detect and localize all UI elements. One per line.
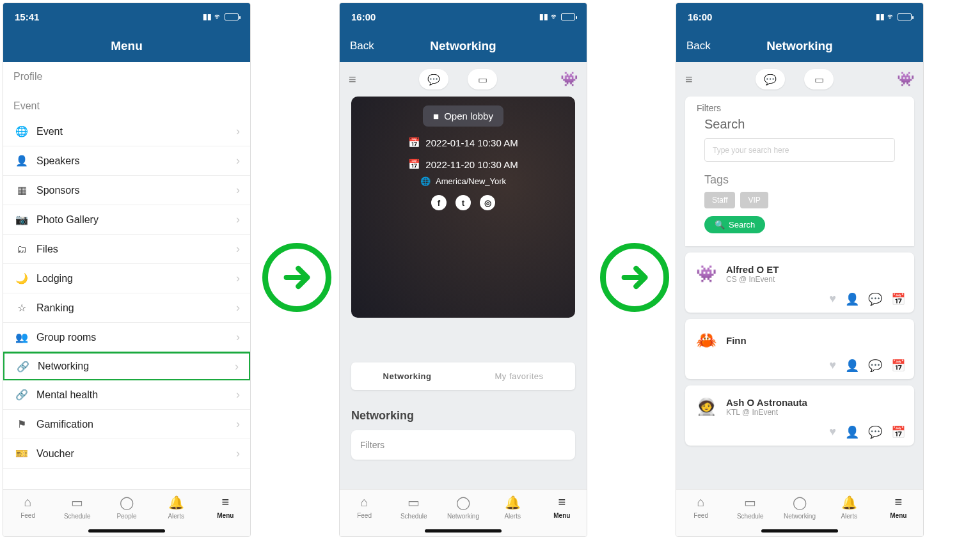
- menu-item-group-rooms[interactable]: 👥 Group rooms ›: [3, 323, 250, 352]
- search-input[interactable]: Type your search here: [704, 138, 895, 162]
- menu-item-label: Event: [36, 126, 236, 137]
- heart-icon[interactable]: ♥: [829, 292, 836, 306]
- person-icon[interactable]: 👤: [845, 359, 859, 373]
- tab-alerts[interactable]: 🔔Alerts: [830, 495, 868, 520]
- page-title: Menu: [111, 39, 143, 53]
- social-row: f t ◎: [431, 195, 495, 210]
- tag-vip[interactable]: VIP: [740, 192, 768, 208]
- menu-item-photo-gallery[interactable]: 📷 Photo Gallery ›: [3, 205, 250, 235]
- person-card[interactable]: 🦀 Finn ♥ 👤 💬 📅: [685, 319, 914, 379]
- back-button[interactable]: Back: [350, 40, 374, 52]
- tab-menu[interactable]: ≡Menu: [879, 495, 917, 519]
- open-lobby-button[interactable]: ■ Open lobby: [423, 105, 503, 127]
- tab-feed[interactable]: ⌂Feed: [682, 495, 720, 519]
- hamburger-icon[interactable]: ≡: [349, 72, 356, 87]
- tab-networking[interactable]: ◯Networking: [444, 495, 482, 520]
- menu-item-gamification[interactable]: ⚑ Gamification ›: [3, 410, 250, 439]
- menu-item-lodging[interactable]: 🌙 Lodging ›: [3, 264, 250, 293]
- chat-icon[interactable]: 💬: [868, 359, 882, 373]
- tab-feed[interactable]: ⌂Feed: [345, 495, 384, 519]
- filters-body[interactable]: ≡ 💬 ▭ 👾 Filters Search Type your search …: [676, 62, 923, 489]
- menu-item-voucher[interactable]: 🎫 Voucher ›: [3, 439, 250, 469]
- twitter-icon[interactable]: t: [455, 195, 471, 210]
- person-card[interactable]: 👾 Alfred O ET CS @ InEvent ♥ 👤 💬 📅: [685, 253, 914, 313]
- segment-favorites[interactable]: My favorites: [463, 362, 575, 390]
- menu-item-files[interactable]: 🗂 Files ›: [3, 235, 250, 264]
- chat-icon[interactable]: 💬: [868, 292, 882, 306]
- mascot-icon[interactable]: 👾: [897, 71, 914, 88]
- tab-feed[interactable]: ⌂Feed: [9, 495, 47, 519]
- arrow-right-icon: [279, 260, 315, 295]
- menu-body[interactable]: Profile Event 🌐 Event ›👤 Speakers ›▦ Spo…: [3, 62, 250, 489]
- hamburger-icon[interactable]: ≡: [685, 72, 693, 87]
- tab-alerts[interactable]: 🔔Alerts: [493, 495, 532, 520]
- menu-item-mental-health[interactable]: 🔗 Mental health ›: [3, 380, 250, 410]
- tab-label: Menu: [890, 512, 907, 519]
- tab-icon: ▭: [71, 495, 83, 510]
- tab-label: Schedule: [64, 513, 91, 520]
- tab-schedule[interactable]: ▭Schedule: [58, 495, 97, 520]
- tab-menu[interactable]: ≡Menu: [206, 495, 244, 519]
- tab-schedule[interactable]: ▭Schedule: [395, 495, 433, 520]
- person-icon[interactable]: 👤: [845, 292, 859, 306]
- tag-staff[interactable]: Staff: [704, 192, 735, 208]
- tab-icon: ≡: [895, 495, 903, 509]
- menu-item-event[interactable]: 🌐 Event ›: [3, 117, 250, 146]
- chat-icon[interactable]: 💬: [868, 425, 882, 439]
- speaker-icon: 👤: [13, 155, 30, 167]
- person-card[interactable]: 🧑‍🚀 Ash O Astronauta KTL @ InEvent ♥ 👤 💬…: [685, 385, 914, 446]
- timezone-row: 🌐 America/New_York: [420, 176, 506, 186]
- search-button[interactable]: 🔍 Search: [704, 216, 765, 233]
- header: Back Networking: [340, 30, 587, 62]
- menu-item-ranking[interactable]: ☆ Ranking ›: [3, 293, 250, 323]
- tab-icon: ⌂: [697, 495, 705, 509]
- networking-body[interactable]: ≡ 💬 ▭ 👾 ■ Open lobby 📅 2022-01-14 10:30 …: [340, 62, 587, 489]
- battery-icon: [225, 13, 239, 20]
- star-icon: ☆: [13, 302, 30, 314]
- tab-icon: ◯: [456, 495, 470, 510]
- menu-item-sponsors[interactable]: ▦ Sponsors ›: [3, 176, 250, 205]
- chevron-right-icon: ›: [236, 183, 240, 197]
- globe-icon: 🌐: [420, 176, 431, 186]
- calendar-icon[interactable]: 📅: [891, 292, 905, 306]
- tab-people[interactable]: ◯People: [107, 495, 146, 520]
- person-actions: ♥ 👤 💬 📅: [694, 425, 905, 439]
- card-pill[interactable]: ▭: [804, 69, 834, 89]
- menu-item-label: Group rooms: [36, 332, 236, 343]
- tab-alerts[interactable]: 🔔Alerts: [157, 495, 195, 520]
- section-profile: Profile: [3, 62, 250, 88]
- calendar-icon[interactable]: 📅: [891, 359, 905, 373]
- calendar-icon[interactable]: 📅: [891, 425, 905, 439]
- tab-label: Alerts: [504, 513, 521, 520]
- status-icons: ▮▮ ᯤ: [203, 12, 239, 21]
- segment-networking[interactable]: Networking: [351, 362, 463, 390]
- section-event: Event: [3, 88, 250, 117]
- heart-icon[interactable]: ♥: [829, 359, 836, 373]
- toolbar-row: ≡ 💬 ▭ 👾: [340, 62, 587, 97]
- home-indicator[interactable]: [425, 529, 502, 533]
- person-icon[interactable]: 👤: [845, 425, 859, 439]
- tab-label: Alerts: [168, 513, 184, 520]
- home-indicator[interactable]: [88, 529, 165, 533]
- card-pill[interactable]: ▭: [468, 69, 497, 89]
- filters-card[interactable]: Filters: [351, 430, 575, 460]
- files-icon: 🗂: [13, 244, 30, 255]
- mascot-icon[interactable]: 👾: [560, 71, 578, 88]
- tab-networking[interactable]: ◯Networking: [780, 495, 819, 520]
- home-indicator[interactable]: [761, 529, 838, 533]
- heart-icon[interactable]: ♥: [829, 425, 836, 439]
- chat-pill[interactable]: 💬: [756, 69, 785, 89]
- menu-item-networking[interactable]: 🔗 Networking ›: [3, 352, 250, 381]
- tab-label: Networking: [447, 513, 479, 520]
- facebook-icon[interactable]: f: [431, 195, 447, 210]
- back-button[interactable]: Back: [686, 40, 711, 52]
- tab-label: Feed: [20, 512, 35, 519]
- tab-icon: 🔔: [841, 495, 857, 510]
- instagram-icon[interactable]: ◎: [480, 195, 495, 210]
- wifi-icon: ᯤ: [551, 12, 558, 21]
- tab-menu[interactable]: ≡Menu: [542, 495, 581, 519]
- chat-pill[interactable]: 💬: [419, 69, 448, 89]
- tab-schedule[interactable]: ▭Schedule: [731, 495, 770, 520]
- tab-label: Menu: [217, 512, 234, 519]
- menu-item-speakers[interactable]: 👤 Speakers ›: [3, 146, 250, 176]
